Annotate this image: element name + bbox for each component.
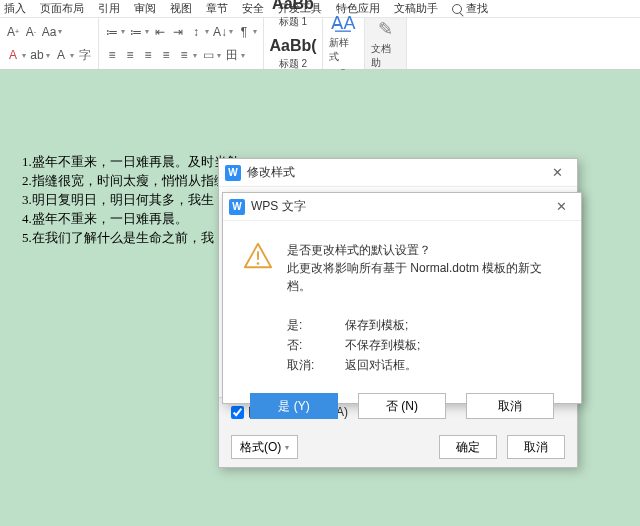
font-color-icon[interactable]: A <box>6 48 20 62</box>
align-center-icon[interactable]: ≡ <box>123 48 137 62</box>
align-left-icon[interactable]: ≡ <box>105 48 119 62</box>
doc-assistant-button[interactable]: ✎ 文档助 <box>365 18 407 69</box>
confirm-line1: 是否更改样式的默认设置？ <box>287 241 561 259</box>
legend-key: 是: <box>287 315 327 335</box>
dialog-title: WPS 文字 <box>251 198 306 215</box>
confirm-line2: 此更改将影响所有基于 Normal.dotm 模板的新文档。 <box>287 259 561 295</box>
indent-dec-icon[interactable]: ⇤ <box>153 25 167 39</box>
search-label: 查找 <box>466 1 488 16</box>
bullets-icon[interactable]: ≔ <box>105 25 119 39</box>
new-style-icon: A͟A <box>331 12 355 34</box>
legend-key: 取消: <box>287 355 327 375</box>
confirm-text: 是否更改样式的默认设置？ 此更改将影响所有基于 Normal.dotm 模板的新… <box>287 241 561 295</box>
paragraph-group: ≔▾ ≔▾ ⇤ ⇥ ↕▾ A↓▾ ¶▾ ≡ ≡ ≡ ≡ ≡▾ ▭▾ 田▾ <box>99 18 264 69</box>
cancel-button[interactable]: 取消 <box>507 435 565 459</box>
legend-val: 不保存到模板; <box>345 335 420 355</box>
svg-point-1 <box>257 262 260 265</box>
format-label: 格式(O) <box>240 439 281 456</box>
wps-badge-icon: W <box>229 199 245 215</box>
tab-references[interactable]: 引用 <box>98 1 120 16</box>
tab-review[interactable]: 审阅 <box>134 1 156 16</box>
numbering-icon[interactable]: ≔ <box>129 25 143 39</box>
confirm-body: 是否更改样式的默认设置？ 此更改将影响所有基于 Normal.dotm 模板的新… <box>223 221 581 307</box>
dialog-title: 修改样式 <box>247 164 295 181</box>
font-shrink-icon[interactable]: A- <box>24 25 38 39</box>
indent-inc-icon[interactable]: ⇥ <box>171 25 185 39</box>
show-marks-icon[interactable]: ¶ <box>237 25 251 39</box>
legend-key: 否: <box>287 335 327 355</box>
style-label: 标题 2 <box>265 57 321 71</box>
styles-gallery: AaBbCcDd 正文 AaBb 标题 1 AaBb( 标题 2 AaBbC( … <box>264 18 323 69</box>
tab-security[interactable]: 安全 <box>242 1 264 16</box>
new-style-label: 新样式 <box>329 36 358 64</box>
yes-button[interactable]: 是 (Y) <box>250 393 338 419</box>
close-icon[interactable]: ✕ <box>543 163 571 183</box>
confirm-legend: 是:保存到模板; 否:不保存到模板; 取消:返回对话框。 <box>223 307 581 387</box>
tab-insert[interactable]: 插入 <box>4 1 26 16</box>
align-right-icon[interactable]: ≡ <box>141 48 155 62</box>
legend-val: 保存到模板; <box>345 315 408 335</box>
style-heading2[interactable]: AaBb( 标题 2 <box>264 32 322 74</box>
no-button[interactable]: 否 (N) <box>358 393 446 419</box>
clear-format-icon[interactable]: A <box>54 48 68 62</box>
ok-button[interactable]: 确定 <box>439 435 497 459</box>
format-dropdown[interactable]: 格式(O) ▾ <box>231 435 298 459</box>
style-heading1[interactable]: AaBb 标题 1 <box>264 0 322 32</box>
shading-icon[interactable]: ▭ <box>201 48 215 62</box>
tab-view[interactable]: 视图 <box>170 1 192 16</box>
confirm-buttons: 是 (Y) 否 (N) 取消 <box>223 387 581 433</box>
search-group[interactable]: 查找 <box>452 1 488 16</box>
wps-badge-icon: W <box>225 165 241 181</box>
borders-icon[interactable]: 田 <box>225 48 239 62</box>
assistant-label: 文档助 <box>371 42 400 70</box>
legend-val: 返回对话框。 <box>345 355 417 375</box>
dialog-titlebar[interactable]: W 修改样式 ✕ <box>219 159 577 187</box>
tab-chapter[interactable]: 章节 <box>206 1 228 16</box>
warning-icon <box>243 241 273 271</box>
style-preview: AaBb( <box>265 35 321 57</box>
ribbon-body: A+ A- Aa▾ A▾ ab▾ A▾ 字 ≔▾ ≔▾ ⇤ ⇥ ↕▾ A↓▾ ¶… <box>0 18 640 70</box>
phonetic-icon[interactable]: 字 <box>78 48 92 62</box>
chevron-down-icon: ▾ <box>285 443 289 452</box>
change-case-icon[interactable]: Aa <box>42 25 56 39</box>
close-icon[interactable]: ✕ <box>547 197 575 217</box>
tab-page-layout[interactable]: 页面布局 <box>40 1 84 16</box>
font-group: A+ A- Aa▾ A▾ ab▾ A▾ 字 <box>0 18 99 69</box>
style-label: 标题 1 <box>265 15 321 29</box>
style-preview: AaBb <box>265 0 321 15</box>
assistant-icon: ✎ <box>378 18 393 40</box>
font-grow-icon[interactable]: A+ <box>6 25 20 39</box>
highlight-icon[interactable]: ab <box>30 48 44 62</box>
confirm-dialog: W WPS 文字 ✕ 是否更改样式的默认设置？ 此更改将影响所有基于 Norma… <box>222 192 582 404</box>
cancel-button[interactable]: 取消 <box>466 393 554 419</box>
search-icon <box>452 4 462 14</box>
sort-icon[interactable]: A↓ <box>213 25 227 39</box>
align-justify-icon[interactable]: ≡ <box>159 48 173 62</box>
new-style-button[interactable]: A͟A 新样式▾ <box>323 18 365 69</box>
align-dist-icon[interactable]: ≡ <box>177 48 191 62</box>
dialog-titlebar[interactable]: W WPS 文字 ✕ <box>223 193 581 221</box>
line-spacing-icon[interactable]: ↕ <box>189 25 203 39</box>
tab-assistant[interactable]: 文稿助手 <box>394 1 438 16</box>
